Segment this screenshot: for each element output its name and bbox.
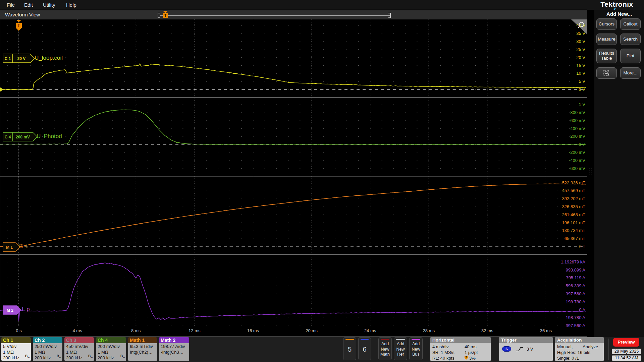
- bandwidth-icon: Bw: [88, 353, 93, 360]
- x-axis-label-6: 24 ms: [364, 328, 376, 333]
- trace-purple[interactable]: [0, 263, 586, 321]
- horizontal-window: 40 ms: [465, 344, 476, 349]
- channel-settings-math1[interactable]: Math 1 65.3 mT/divIntg(Ch2)…: [128, 337, 157, 361]
- add-new-header: Add New...: [594, 11, 644, 17]
- channel1-zero-marker-icon: [0, 87, 3, 92]
- button-label: AddNewRef: [394, 342, 407, 357]
- channel-settings-ch4[interactable]: Ch 4 200 mV/div1 MΩ200 kHzBw: [96, 337, 126, 361]
- channel-settings-ch3[interactable]: Ch 3 450 mV/div1 MΩ200 kHzBw: [64, 337, 94, 361]
- add-new-math-button[interactable]: AddNewMath: [378, 337, 392, 360]
- svg-text:200 mV: 200 mV: [16, 135, 30, 139]
- setting-line: 450 mV/div: [66, 344, 93, 349]
- axis-label-purple-3: 596.339 A: [566, 283, 585, 288]
- rising-edge-icon: [516, 346, 524, 352]
- axis-label-green-3: 400 mV: [570, 126, 585, 131]
- trigger-panel[interactable]: Trigger 6 3 V: [499, 337, 553, 361]
- sidebar-divider: [595, 66, 643, 66]
- oscilloscope-screen: File Edit Utility Help Tektronix Wavefor…: [0, 0, 644, 362]
- box-zoom-icon: [603, 70, 611, 77]
- menu-utility[interactable]: Utility: [43, 0, 55, 10]
- setting-line: 65.3 mT/div: [130, 344, 156, 349]
- trigger-position-percent: 3%: [469, 356, 476, 361]
- add-new-bus-button[interactable]: AddNewBus: [409, 337, 423, 360]
- trigger-position-pointer-icon[interactable]: [163, 11, 168, 13]
- setting-line: -Intg(Ch3…: [161, 349, 188, 355]
- axis-label-orange-5: 196.101 mT: [562, 220, 585, 225]
- horizontal-position-track[interactable]: [160, 15, 390, 16]
- panel-splitter-handle[interactable]: [589, 169, 593, 177]
- channel-name: Math 1: [128, 337, 157, 343]
- axis-label-green-2: 600 mV: [570, 118, 585, 123]
- channel-badge-c1[interactable]: C 1 20 V: [3, 54, 35, 64]
- axis-label-purple-0: 1.192679 kA: [561, 259, 585, 264]
- channel-settings-body: 200 mV/div1 MΩ200 kHzBw: [96, 343, 126, 361]
- add-new-sidebar: Add New... Cursors Callout Measure Searc…: [594, 10, 644, 337]
- bottombar-divider-1: [375, 339, 375, 360]
- trigger-position-handle[interactable]: T: [163, 13, 168, 18]
- menu-bar: File Edit Utility Help Tektronix: [0, 0, 644, 10]
- channel-settings-body: 5 V/div1 MΩ200 kHzBw: [1, 343, 31, 361]
- horizontal-panel[interactable]: Horizontal 4 ms/div 40 ms SR: 1 MS/s 1 µ…: [430, 337, 491, 361]
- trace-orange[interactable]: [0, 184, 586, 247]
- add-new-ref-button[interactable]: AddNewRef: [394, 337, 407, 360]
- trace-green[interactable]: [0, 110, 586, 144]
- channel-settings-math2[interactable]: Math 2 198.77 A/div-Intg(Ch3…: [159, 337, 189, 361]
- acquisition-panel-title: Acquisition: [555, 337, 604, 343]
- button-label: AddNewBus: [410, 342, 422, 357]
- callout-button[interactable]: Callout: [620, 18, 641, 30]
- trigger-level: 3 V: [527, 347, 533, 352]
- svg-text:M 2: M 2: [7, 308, 13, 313]
- channel-label-i-p: I_p: [22, 306, 30, 313]
- waveform-view-title: Waveform View: [5, 10, 40, 19]
- search-button[interactable]: Search: [620, 34, 641, 45]
- axis-label-orange-3: 326.835 mT: [562, 204, 585, 209]
- axis-label-orange-1: 457.569 mT: [562, 188, 585, 193]
- channel-name: Math 2: [159, 337, 189, 343]
- channel-badge-c4[interactable]: C 4 200 mV: [3, 132, 38, 143]
- preview-button[interactable]: Preview: [613, 338, 639, 347]
- x-axis-label-1: 4 ms: [73, 328, 82, 333]
- bandwidth-icon: Bw: [57, 353, 61, 360]
- menu-file[interactable]: File: [7, 0, 15, 10]
- menu-edit[interactable]: Edit: [24, 0, 33, 10]
- x-axis-label-7: 28 ms: [423, 328, 434, 333]
- plot-button[interactable]: Plot: [620, 49, 641, 63]
- channel-settings-ch2[interactable]: Ch 2 250 mV/div1 MΩ200 kHzBw: [33, 337, 62, 361]
- acquisition-panel[interactable]: Acquisition Manual, Analyze High Res: 16…: [555, 337, 604, 361]
- trigger-panel-title: Trigger: [499, 337, 553, 343]
- measure-button[interactable]: Measure: [596, 34, 617, 45]
- axis-label-yellow-5: 15 V: [576, 63, 585, 68]
- channel-settings-ch1[interactable]: Ch 1 5 V/div1 MΩ200 kHzBw: [1, 337, 31, 361]
- trigger-time-flag-icon[interactable]: T: [15, 20, 22, 32]
- acquisition-resolution: High Res: 16 bits: [557, 350, 590, 355]
- channel-name: Ch 2: [33, 337, 62, 343]
- axis-label-green-1: 800 mV: [570, 110, 585, 115]
- menu-help[interactable]: Help: [66, 0, 76, 10]
- record-length: RL: 40 kpts: [432, 356, 454, 361]
- channel-badge-m2[interactable]: M 2: [3, 305, 21, 316]
- channel-number: 6: [359, 346, 371, 353]
- box-zoom-button[interactable]: [596, 67, 617, 79]
- axis-label-purple-2: 795.119 A: [566, 275, 585, 280]
- waveform-view-titlebar: Waveform View T: [0, 10, 587, 19]
- svg-text:C 1: C 1: [5, 56, 11, 61]
- results-table-button[interactable]: Results Table: [596, 49, 617, 63]
- channel-6-button[interactable]: 6: [358, 337, 371, 360]
- more-button[interactable]: More...: [620, 67, 641, 79]
- color-stripe: [412, 339, 420, 340]
- channel-label-u-loop-coil: U_loop,coil: [35, 55, 63, 61]
- axis-label-green-8: -600 mV: [569, 166, 585, 171]
- channel-badge-m1[interactable]: M 1: [3, 242, 20, 253]
- cursors-button[interactable]: Cursors: [596, 18, 617, 30]
- date-display: 28 May 2025: [612, 349, 641, 354]
- setting-line: 200 mV/div: [98, 344, 125, 349]
- waveform-plot[interactable]: T 40 V35 V30 V25 V20 V15 V10 V5 V0 V1 V8…: [0, 19, 587, 337]
- time-display: 11:34:52 AM: [612, 355, 641, 361]
- trace-yellow[interactable]: [0, 64, 586, 90]
- horizontal-panel-title: Horizontal: [430, 337, 491, 343]
- channel-number: 5: [343, 346, 356, 353]
- channel-5-button[interactable]: 5: [343, 337, 356, 360]
- button-label: AddNewMath: [379, 342, 391, 357]
- color-stripe: [381, 339, 389, 340]
- setting-line: 5 V/div: [3, 344, 30, 349]
